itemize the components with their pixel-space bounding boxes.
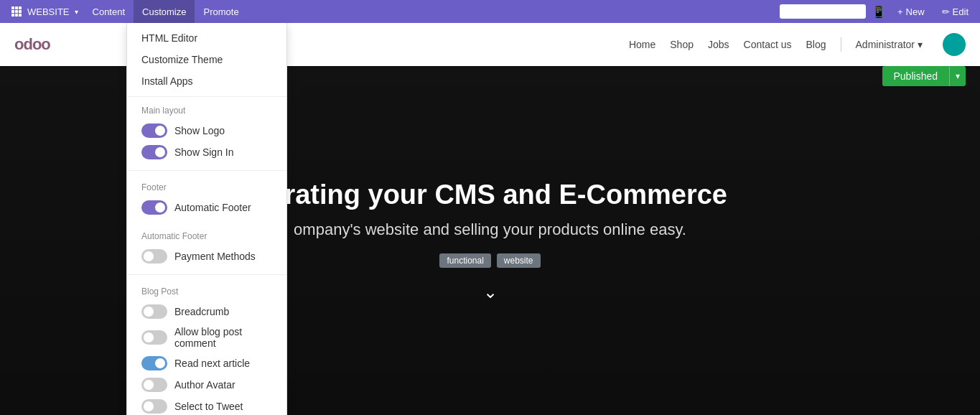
dropdown-top-section: HTML Editor Customize Theme Install Apps <box>127 23 286 97</box>
select-tweet-toggle[interactable] <box>141 399 167 414</box>
published-area: Published ▾ <box>882 66 966 86</box>
allow-comment-toggle[interactable] <box>141 330 167 345</box>
read-next-slider <box>141 356 167 370</box>
breadcrumb-row: Breadcrumb <box>127 301 286 322</box>
nav-home[interactable]: Home <box>629 39 655 50</box>
hero-title-text: egrating your CMS and E-Commerce <box>253 179 727 210</box>
mobile-icon[interactable]: 📱 <box>872 5 886 19</box>
admin-label: Administrator <box>856 39 915 50</box>
automatic-footer-row: Automatic Footer <box>127 197 286 218</box>
nav-divider <box>841 37 841 52</box>
customize-theme-item[interactable]: Customize Theme <box>127 49 286 70</box>
search-input[interactable] <box>780 4 866 19</box>
breadcrumb-toggle[interactable] <box>141 304 167 319</box>
hero-tags: functional website <box>253 253 727 268</box>
main-layout-section: Main layout Show Logo Show Sign In <box>127 97 286 167</box>
author-avatar-toggle[interactable] <box>141 378 167 392</box>
author-avatar-label: Author Avatar <box>174 379 235 391</box>
show-logo-toggle[interactable] <box>141 123 167 138</box>
automatic-footer-toggle[interactable] <box>141 200 167 215</box>
nav-jobs[interactable]: Jobs <box>708 39 729 50</box>
breadcrumb-slider <box>141 304 167 319</box>
main-layout-label: Main layout <box>127 104 286 120</box>
html-editor-item[interactable]: HTML Editor <box>127 27 286 49</box>
nav-customize[interactable]: Customize <box>134 0 195 23</box>
nav-blog[interactable]: Blog <box>806 39 826 50</box>
payment-methods-slider <box>141 249 167 264</box>
website-brand[interactable]: WEBSITE ▾ <box>6 4 84 20</box>
website-nav-links: Home Shop Jobs Contact us Blog Administr… <box>629 33 966 56</box>
automatic-footer-label: Automatic Footer <box>174 202 251 213</box>
show-logo-row: Show Logo <box>127 120 286 141</box>
install-apps-item[interactable]: Install Apps <box>127 70 286 92</box>
show-signin-row: Show Sign In <box>127 141 286 163</box>
payment-methods-toggle[interactable] <box>141 249 167 264</box>
read-next-toggle[interactable] <box>141 356 167 370</box>
show-signin-toggle[interactable] <box>141 145 167 159</box>
hero-subtitle-text: ompany's website and selling your produc… <box>294 220 686 238</box>
nav-shop[interactable]: Shop <box>670 39 694 50</box>
auto-footer-sub-label: Automatic Footer <box>127 230 286 246</box>
footer-section: Footer Automatic Footer <box>127 174 286 223</box>
breadcrumb-label: Breadcrumb <box>174 306 229 317</box>
new-button[interactable]: + New <box>892 4 930 20</box>
auto-footer-sub-section: Automatic Footer Payment Methods <box>127 223 286 271</box>
author-avatar-row: Author Avatar <box>127 374 286 396</box>
odoo-logo: odoo <box>14 35 50 54</box>
footer-label: Footer <box>127 181 286 197</box>
avatar-drop-shape <box>950 39 958 50</box>
new-label: New <box>906 6 925 17</box>
allow-comment-slider <box>141 330 167 345</box>
admin-caret: ▾ <box>918 39 923 50</box>
brand-label: WEBSITE <box>27 6 70 17</box>
read-next-label: Read next article <box>174 358 250 369</box>
admin-menu[interactable]: Administrator ▾ <box>856 39 923 50</box>
select-tweet-label: Select to Tweet <box>174 401 243 412</box>
divider-2 <box>127 274 286 275</box>
brand-caret: ▾ <box>75 8 78 16</box>
published-dropdown[interactable]: ▾ <box>949 66 966 86</box>
scroll-chevron[interactable]: ⌄ <box>253 282 727 302</box>
top-bar: WEBSITE ▾ Content Customize Promote 📱 + … <box>0 0 980 23</box>
hero-subtitle: ompany's website and selling your produc… <box>253 220 727 239</box>
divider-1 <box>127 170 286 171</box>
show-logo-slider <box>141 123 167 138</box>
edit-label: Edit <box>953 6 969 17</box>
admin-avatar <box>943 33 966 56</box>
hero-title: egrating your CMS and E-Commerce <box>253 179 727 212</box>
nav-content[interactable]: Content <box>84 0 134 23</box>
plus-icon: + <box>897 6 903 17</box>
published-button[interactable]: Published <box>882 66 950 86</box>
hero-text: egrating your CMS and E-Commerce ompany'… <box>238 164 742 317</box>
automatic-footer-slider <box>141 200 167 215</box>
show-signin-label: Show Sign In <box>174 146 234 158</box>
show-signin-slider <box>141 145 167 159</box>
select-tweet-slider <box>141 399 167 414</box>
top-bar-left: WEBSITE ▾ Content Customize Promote <box>6 0 248 23</box>
read-next-row: Read next article <box>127 353 286 374</box>
pencil-icon: ✏ <box>942 6 950 17</box>
tag-functional[interactable]: functional <box>439 253 490 268</box>
show-logo-label: Show Logo <box>174 125 225 136</box>
grid-icon <box>11 6 22 17</box>
payment-methods-label: Payment Methods <box>174 251 256 262</box>
edit-button[interactable]: ✏ Edit <box>936 4 974 20</box>
allow-comment-label: Allow blog post comment <box>174 326 272 349</box>
payment-methods-row: Payment Methods <box>127 246 286 267</box>
select-tweet-row: Select to Tweet <box>127 396 286 415</box>
tag-website[interactable]: website <box>497 253 541 268</box>
customize-dropdown: HTML Editor Customize Theme Install Apps… <box>126 23 287 415</box>
nav-promote[interactable]: Promote <box>195 0 247 23</box>
author-avatar-slider <box>141 378 167 392</box>
allow-comment-row: Allow blog post comment <box>127 322 286 353</box>
top-bar-right: 📱 + New ✏ Edit <box>780 4 974 20</box>
blog-post-section: Blog Post Breadcrumb Allow blog post com… <box>127 278 286 415</box>
blog-post-label: Blog Post <box>127 285 286 301</box>
nav-contact[interactable]: Contact us <box>744 39 792 50</box>
